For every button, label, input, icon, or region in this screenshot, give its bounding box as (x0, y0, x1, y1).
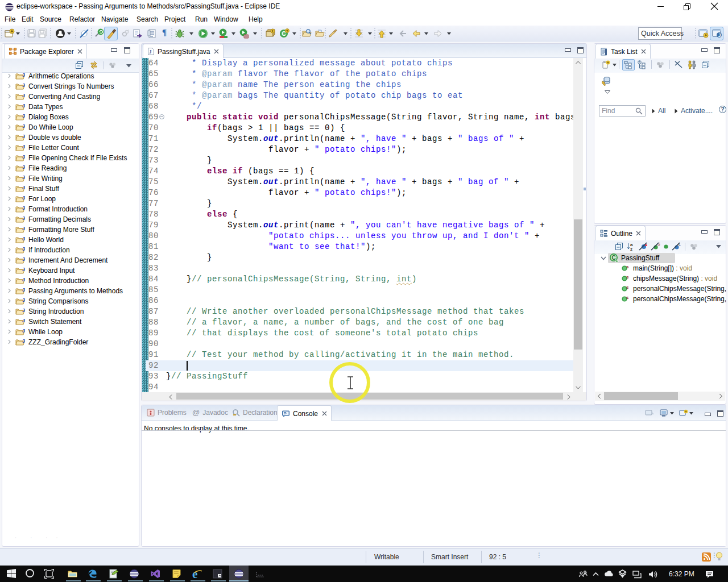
svg-text:C: C (612, 255, 616, 261)
svg-text:J: J (22, 205, 25, 211)
svg-text:J: J (718, 32, 721, 38)
svg-text:J: J (22, 174, 25, 180)
svg-text:s: s (626, 285, 628, 290)
svg-text:J: J (22, 277, 25, 282)
svg-text:s: s (626, 296, 628, 300)
svg-text:e: e (192, 569, 197, 579)
svg-text:S: S (657, 242, 660, 246)
svg-text:J: J (149, 49, 152, 55)
svg-text:J: J (22, 185, 25, 190)
svg-text:J: J (22, 82, 25, 88)
svg-text:J: J (22, 154, 25, 160)
svg-text:J: J (22, 318, 25, 323)
svg-text:J: J (22, 307, 25, 313)
svg-text:z: z (630, 247, 632, 251)
svg-text:J: J (22, 246, 25, 252)
svg-text:J: J (22, 93, 25, 98)
svg-text:J: J (22, 338, 25, 344)
svg-text:J: J (22, 72, 25, 78)
svg-text:s: s (626, 275, 628, 280)
svg-text:J: J (22, 215, 25, 221)
svg-text:J: J (22, 103, 25, 109)
svg-text:J: J (22, 236, 25, 242)
svg-text:J: J (22, 144, 25, 149)
svg-text:s: s (626, 265, 628, 269)
svg-text:J: J (22, 256, 25, 262)
svg-text:J: J (22, 297, 25, 303)
svg-text:J: J (22, 226, 25, 231)
svg-text:J: J (22, 113, 25, 119)
svg-text:J: J (22, 195, 25, 201)
svg-text:J: J (22, 328, 25, 334)
svg-text:J: J (22, 267, 25, 272)
svg-text:J: J (22, 287, 25, 293)
svg-text:J: J (22, 164, 25, 170)
svg-text:J: J (22, 134, 25, 139)
svg-text:J: J (22, 123, 25, 129)
